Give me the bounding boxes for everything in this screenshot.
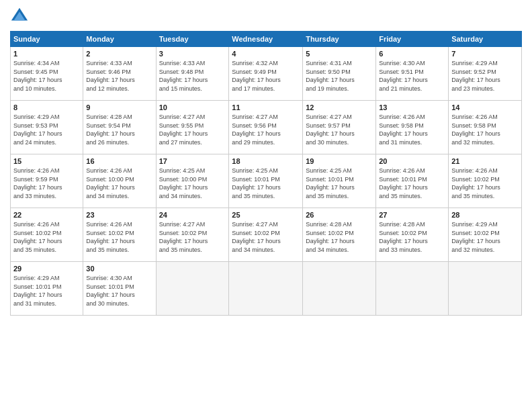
day-cell: 10Sunrise: 4:27 AM Sunset: 9:55 PM Dayli… xyxy=(156,101,229,154)
day-number: 26 xyxy=(306,211,373,219)
day-number: 18 xyxy=(232,157,300,165)
day-cell: 13Sunrise: 4:26 AM Sunset: 9:58 PM Dayli… xyxy=(376,101,449,154)
day-number: 22 xyxy=(13,211,80,219)
day-number: 3 xyxy=(159,50,226,58)
day-cell: 24Sunrise: 4:27 AM Sunset: 10:02 PM Dayl… xyxy=(156,208,229,262)
day-cell: 23Sunrise: 4:26 AM Sunset: 10:02 PM Dayl… xyxy=(83,208,156,262)
day-info: Sunrise: 4:30 AM Sunset: 10:01 PM Daylig… xyxy=(86,274,152,308)
day-cell xyxy=(376,262,449,316)
day-info: Sunrise: 4:27 AM Sunset: 10:02 PM Daylig… xyxy=(232,220,300,254)
day-info: Sunrise: 4:26 AM Sunset: 10:02 PM Daylig… xyxy=(86,220,152,254)
day-cell: 15Sunrise: 4:26 AM Sunset: 9:59 PM Dayli… xyxy=(11,154,83,208)
week-row-2: 8Sunrise: 4:29 AM Sunset: 9:53 PM Daylig… xyxy=(11,101,522,154)
day-cell: 17Sunrise: 4:25 AM Sunset: 10:00 PM Dayl… xyxy=(156,154,229,208)
day-info: Sunrise: 4:25 AM Sunset: 10:01 PM Daylig… xyxy=(232,167,300,200)
week-row-1: 1Sunrise: 4:34 AM Sunset: 9:45 PM Daylig… xyxy=(11,47,522,101)
day-info: Sunrise: 4:25 AM Sunset: 10:01 PM Daylig… xyxy=(306,167,373,200)
weekday-wednesday: Wednesday xyxy=(229,32,303,47)
weekday-monday: Monday xyxy=(83,32,156,47)
day-info: Sunrise: 4:26 AM Sunset: 9:59 PM Dayligh… xyxy=(13,167,80,200)
day-number: 30 xyxy=(86,265,152,273)
day-cell: 4Sunrise: 4:32 AM Sunset: 9:49 PM Daylig… xyxy=(229,47,303,101)
week-row-4: 22Sunrise: 4:26 AM Sunset: 10:02 PM Dayl… xyxy=(11,208,522,262)
day-cell: 28Sunrise: 4:29 AM Sunset: 10:02 PM Dayl… xyxy=(449,208,522,262)
page: SundayMondayTuesdayWednesdayThursdayFrid… xyxy=(0,0,532,411)
day-cell: 14Sunrise: 4:26 AM Sunset: 9:58 PM Dayli… xyxy=(449,101,522,154)
weekday-friday: Friday xyxy=(376,32,449,47)
day-cell: 25Sunrise: 4:27 AM Sunset: 10:02 PM Dayl… xyxy=(229,208,303,262)
day-info: Sunrise: 4:33 AM Sunset: 9:46 PM Dayligh… xyxy=(86,59,152,93)
day-number: 6 xyxy=(379,50,445,58)
day-cell: 20Sunrise: 4:26 AM Sunset: 10:01 PM Dayl… xyxy=(376,154,449,208)
day-number: 2 xyxy=(86,50,152,58)
day-cell: 6Sunrise: 4:30 AM Sunset: 9:51 PM Daylig… xyxy=(376,47,449,101)
day-info: Sunrise: 4:27 AM Sunset: 10:02 PM Daylig… xyxy=(159,220,226,254)
day-number: 14 xyxy=(451,103,519,111)
day-cell: 27Sunrise: 4:28 AM Sunset: 10:02 PM Dayl… xyxy=(376,208,449,262)
day-info: Sunrise: 4:25 AM Sunset: 10:00 PM Daylig… xyxy=(159,167,226,200)
day-cell xyxy=(303,262,376,316)
day-info: Sunrise: 4:26 AM Sunset: 9:58 PM Dayligh… xyxy=(451,113,519,146)
day-info: Sunrise: 4:26 AM Sunset: 9:58 PM Dayligh… xyxy=(379,113,445,146)
day-cell: 22Sunrise: 4:26 AM Sunset: 10:02 PM Dayl… xyxy=(11,208,83,262)
header xyxy=(10,7,522,26)
day-info: Sunrise: 4:27 AM Sunset: 9:57 PM Dayligh… xyxy=(306,113,373,146)
day-info: Sunrise: 4:26 AM Sunset: 10:02 PM Daylig… xyxy=(13,220,80,254)
week-row-5: 29Sunrise: 4:29 AM Sunset: 10:01 PM Dayl… xyxy=(11,262,522,316)
day-number: 27 xyxy=(379,211,445,219)
day-cell: 5Sunrise: 4:31 AM Sunset: 9:50 PM Daylig… xyxy=(303,47,376,101)
day-number: 16 xyxy=(86,157,152,165)
day-cell: 9Sunrise: 4:28 AM Sunset: 9:54 PM Daylig… xyxy=(83,101,156,154)
day-info: Sunrise: 4:33 AM Sunset: 9:48 PM Dayligh… xyxy=(159,59,226,93)
day-info: Sunrise: 4:26 AM Sunset: 10:00 PM Daylig… xyxy=(86,167,152,200)
day-info: Sunrise: 4:29 AM Sunset: 10:02 PM Daylig… xyxy=(451,220,519,254)
day-cell: 16Sunrise: 4:26 AM Sunset: 10:00 PM Dayl… xyxy=(83,154,156,208)
day-cell: 2Sunrise: 4:33 AM Sunset: 9:46 PM Daylig… xyxy=(83,47,156,101)
day-number: 23 xyxy=(86,211,152,219)
day-cell xyxy=(449,262,522,316)
day-number: 21 xyxy=(451,157,519,165)
day-info: Sunrise: 4:29 AM Sunset: 9:53 PM Dayligh… xyxy=(13,113,80,146)
day-number: 28 xyxy=(451,211,519,219)
day-cell: 11Sunrise: 4:27 AM Sunset: 9:56 PM Dayli… xyxy=(229,101,303,154)
day-cell: 18Sunrise: 4:25 AM Sunset: 10:01 PM Dayl… xyxy=(229,154,303,208)
logo-icon xyxy=(10,7,29,26)
day-info: Sunrise: 4:28 AM Sunset: 10:02 PM Daylig… xyxy=(306,220,373,254)
day-number: 19 xyxy=(306,157,373,165)
day-info: Sunrise: 4:26 AM Sunset: 10:02 PM Daylig… xyxy=(451,167,519,200)
day-info: Sunrise: 4:29 AM Sunset: 9:52 PM Dayligh… xyxy=(451,59,519,93)
day-cell: 21Sunrise: 4:26 AM Sunset: 10:02 PM Dayl… xyxy=(449,154,522,208)
day-info: Sunrise: 4:27 AM Sunset: 9:56 PM Dayligh… xyxy=(232,113,300,146)
day-info: Sunrise: 4:31 AM Sunset: 9:50 PM Dayligh… xyxy=(306,59,373,93)
day-cell: 8Sunrise: 4:29 AM Sunset: 9:53 PM Daylig… xyxy=(11,101,83,154)
day-number: 5 xyxy=(306,50,373,58)
week-row-3: 15Sunrise: 4:26 AM Sunset: 9:59 PM Dayli… xyxy=(11,154,522,208)
day-number: 1 xyxy=(13,50,80,58)
day-cell xyxy=(229,262,303,316)
weekday-thursday: Thursday xyxy=(303,32,376,47)
day-number: 29 xyxy=(13,265,80,273)
day-info: Sunrise: 4:32 AM Sunset: 9:49 PM Dayligh… xyxy=(232,59,300,93)
day-number: 4 xyxy=(232,50,300,58)
day-cell: 7Sunrise: 4:29 AM Sunset: 9:52 PM Daylig… xyxy=(449,47,522,101)
weekday-sunday: Sunday xyxy=(11,32,83,47)
day-cell: 29Sunrise: 4:29 AM Sunset: 10:01 PM Dayl… xyxy=(11,262,83,316)
weekday-saturday: Saturday xyxy=(449,32,522,47)
day-number: 8 xyxy=(13,103,80,111)
day-cell: 12Sunrise: 4:27 AM Sunset: 9:57 PM Dayli… xyxy=(303,101,376,154)
day-number: 7 xyxy=(451,50,519,58)
day-info: Sunrise: 4:30 AM Sunset: 9:51 PM Dayligh… xyxy=(379,59,445,93)
day-info: Sunrise: 4:27 AM Sunset: 9:55 PM Dayligh… xyxy=(159,113,226,146)
day-cell xyxy=(156,262,229,316)
day-cell: 1Sunrise: 4:34 AM Sunset: 9:45 PM Daylig… xyxy=(11,47,83,101)
day-number: 20 xyxy=(379,157,445,165)
day-info: Sunrise: 4:29 AM Sunset: 10:01 PM Daylig… xyxy=(13,274,80,308)
day-number: 17 xyxy=(159,157,226,165)
day-number: 9 xyxy=(86,103,152,111)
day-cell: 3Sunrise: 4:33 AM Sunset: 9:48 PM Daylig… xyxy=(156,47,229,101)
day-number: 10 xyxy=(159,103,226,111)
day-number: 24 xyxy=(159,211,226,219)
day-cell: 19Sunrise: 4:25 AM Sunset: 10:01 PM Dayl… xyxy=(303,154,376,208)
weekday-header-row: SundayMondayTuesdayWednesdayThursdayFrid… xyxy=(11,32,522,47)
day-number: 15 xyxy=(13,157,80,165)
